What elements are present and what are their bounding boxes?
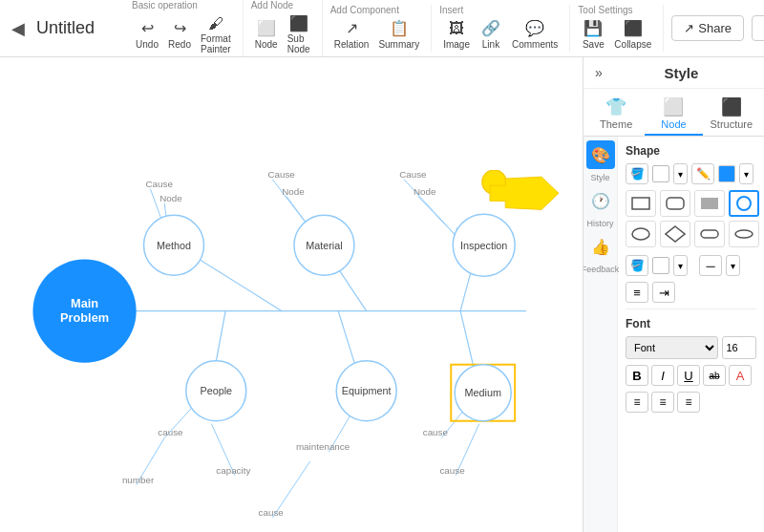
toolbar-group-label: Add Node: [251, 0, 293, 11]
shape-circle-btn[interactable]: [729, 190, 759, 217]
tab-theme[interactable]: 👕 Theme: [587, 93, 645, 136]
tab-structure[interactable]: ⬛ Structure: [703, 93, 760, 136]
comments-button[interactable]: 💬 Comments: [508, 17, 562, 51]
svg-text:Cause: Cause: [399, 169, 427, 180]
underline-button[interactable]: U: [677, 365, 700, 386]
relation-label: Relation: [334, 39, 370, 50]
font-style-row: B I U ab A: [626, 365, 756, 386]
shape-diamond-btn[interactable]: [660, 221, 690, 247]
shape-rect-btn[interactable]: [626, 190, 656, 217]
stroke-color-btn[interactable]: ✏️: [691, 163, 714, 184]
node-label: Node: [255, 39, 278, 50]
header-right: ↗ Share ⬇ Export: [671, 15, 764, 41]
save-button[interactable]: 💾 Save: [578, 17, 608, 51]
font-family-select[interactable]: Font: [626, 336, 718, 359]
align-center-button[interactable]: ≡: [651, 392, 674, 413]
tab-node[interactable]: ⬜ Node: [645, 93, 702, 136]
stroke-color-swatch[interactable]: [718, 165, 735, 182]
shape-filled-rect-btn[interactable]: [694, 190, 725, 217]
export-button[interactable]: ⬇ Export: [752, 15, 764, 41]
stroke-color-dropdown[interactable]: ▾: [739, 163, 753, 184]
strikethrough-button[interactable]: ab: [703, 365, 726, 386]
style-sidebar-style-label: Style: [590, 171, 609, 184]
pointer-arrow: [473, 170, 559, 218]
collapse-button[interactable]: ⬛ Collapse: [610, 17, 655, 51]
fill-color-btn[interactable]: 🪣: [626, 163, 648, 184]
image-button[interactable]: 🖼 Image: [439, 17, 474, 51]
shape-section: Shape 🪣 ▾ ✏️ ▾: [626, 144, 756, 303]
tab-theme-label: Theme: [600, 118, 632, 130]
style-sidebar-feedback-btn[interactable]: 👍: [586, 232, 615, 261]
shape-grid: [626, 190, 756, 247]
comments-icon: 💬: [525, 19, 544, 37]
panel-collapse-button[interactable]: »: [591, 63, 606, 82]
node-button[interactable]: ⬜ Node: [251, 17, 282, 51]
shape-rounded-rect-btn[interactable]: [660, 190, 690, 217]
style-sidebar-feedback-icon: 👍: [591, 238, 610, 256]
sub-node-icon: ⬛: [289, 14, 308, 32]
share-icon: ↗: [684, 21, 694, 35]
bg-color-swatch[interactable]: [652, 257, 669, 274]
link-button[interactable]: 🔗 Link: [476, 17, 506, 51]
back-button[interactable]: ◀: [8, 14, 29, 43]
toolbar-group-label: Tool Settings: [578, 5, 632, 15]
relation-button[interactable]: ↗ Relation: [330, 17, 373, 51]
format-painter-icon: 🖌: [208, 14, 223, 32]
font-color-button[interactable]: A: [729, 365, 752, 386]
panel-title: Style: [606, 65, 756, 81]
bold-button[interactable]: B: [626, 365, 648, 386]
main-area: Cause Node Cause Node Cause Node: [0, 57, 764, 532]
style-sidebar: 🎨 Style 🕐 History 👍 Feedback: [584, 137, 618, 532]
undo-label: Undo: [136, 39, 159, 50]
svg-text:cause: cause: [423, 427, 449, 437]
align-right-button[interactable]: ≡: [677, 392, 700, 413]
shape-ellipse-btn[interactable]: [626, 221, 656, 247]
style-sidebar-history-btn[interactable]: 🕐: [586, 186, 615, 215]
indent2-btn[interactable]: ⇥: [652, 282, 675, 303]
undo-button[interactable]: ↩ Undo: [132, 17, 162, 51]
italic-button[interactable]: I: [651, 365, 674, 386]
style-sidebar-style-btn[interactable]: 🎨: [586, 140, 615, 169]
font-section-title: Font: [626, 317, 756, 330]
style-sidebar-history-icon: 🕐: [591, 192, 610, 210]
share-button[interactable]: ↗ Share: [671, 15, 744, 41]
indent-btn[interactable]: ≡: [626, 282, 648, 303]
panel-content: Shape 🪣 ▾ ✏️ ▾: [618, 137, 764, 532]
tab-structure-label: Structure: [711, 118, 753, 130]
svg-point-60: [632, 228, 649, 240]
redo-label: Redo: [168, 39, 191, 50]
link-icon: 🔗: [481, 19, 500, 37]
shape-stadium-btn[interactable]: [694, 221, 725, 247]
fill-color-dropdown[interactable]: ▾: [673, 163, 688, 184]
bg-dropdown[interactable]: ▾: [673, 255, 688, 276]
svg-text:Node: Node: [414, 186, 436, 197]
shape-oval-btn[interactable]: [729, 221, 759, 247]
border-dropdown[interactable]: ▾: [726, 255, 740, 276]
svg-text:Material: Material: [306, 240, 342, 251]
fill-color-icon: 🪣: [630, 167, 645, 181]
sub-node-button[interactable]: ⬛ Sub Node: [284, 12, 314, 56]
undo-icon: ↩: [141, 19, 154, 37]
canvas[interactable]: Cause Node Cause Node Cause Node: [0, 57, 583, 532]
relation-icon: ↗: [346, 19, 358, 37]
redo-button[interactable]: ↪ Redo: [164, 17, 195, 51]
svg-rect-58: [701, 198, 718, 209]
bg-color-btn[interactable]: 🪣: [626, 255, 648, 276]
align-left-button[interactable]: ≡: [626, 392, 648, 413]
collapse-icon: ⬛: [624, 19, 643, 37]
svg-text:number: number: [122, 475, 155, 485]
border-style-btn[interactable]: ─: [699, 255, 722, 276]
format-painter-button[interactable]: 🖌 Format Painter: [197, 12, 235, 56]
toolbar-items-add-component: ↗ Relation 📋 Summary: [330, 17, 424, 51]
header: ◀ Untitled Basic operation ↩ Undo ↪ Redo…: [0, 0, 764, 57]
toolbar-group-add-component: Add Component ↗ Relation 📋 Summary: [330, 5, 433, 51]
bg-color-row: 🪣 ▾ ─ ▾: [626, 255, 756, 276]
fill-color-swatch[interactable]: [652, 165, 669, 182]
text-align-row: ≡ ≡ ≡: [626, 392, 756, 413]
svg-text:Problem: Problem: [60, 310, 109, 325]
svg-text:Node: Node: [159, 193, 182, 203]
summary-button[interactable]: 📋 Summary: [374, 17, 423, 51]
font-size-input[interactable]: [722, 336, 756, 359]
svg-text:Medium: Medium: [464, 387, 500, 398]
structure-icon: ⬛: [721, 96, 742, 117]
